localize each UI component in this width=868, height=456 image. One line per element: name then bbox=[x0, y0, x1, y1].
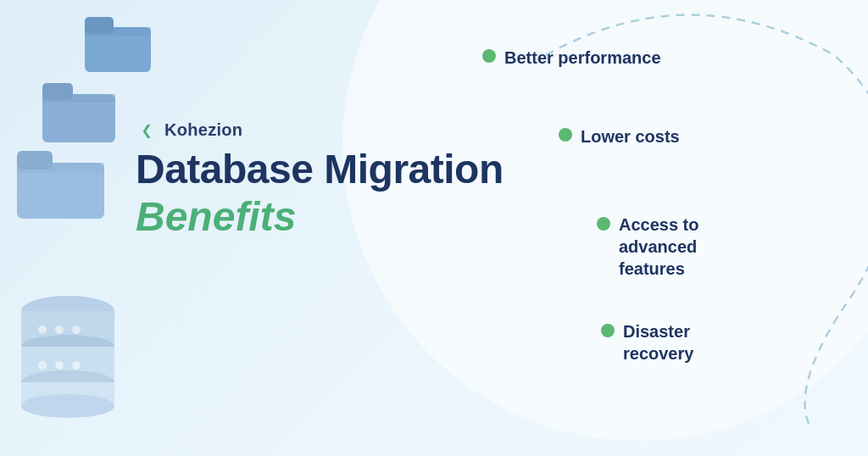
benefits-area: Better performance Lower costs Access to… bbox=[393, 0, 868, 456]
svg-point-17 bbox=[55, 361, 64, 370]
folder-top bbox=[85, 17, 153, 75]
svg-point-13 bbox=[72, 325, 81, 334]
benefit-dot-disaster bbox=[601, 324, 615, 337]
svg-point-21 bbox=[21, 394, 114, 418]
svg-point-16 bbox=[38, 361, 47, 370]
benefit-label-performance: Better performance bbox=[504, 47, 661, 69]
kohezion-logo-icon: ❮ bbox=[136, 119, 158, 141]
benefit-disaster: Disaster recovery bbox=[601, 320, 693, 364]
folder-large bbox=[17, 151, 153, 222]
folders-area bbox=[17, 17, 153, 222]
benefit-label-costs: Lower costs bbox=[581, 125, 680, 147]
svg-point-12 bbox=[55, 325, 64, 334]
benefit-features: Access to advanced features bbox=[597, 214, 699, 280]
svg-point-11 bbox=[38, 325, 47, 334]
benefit-dot-features bbox=[597, 217, 610, 231]
benefit-costs: Lower costs bbox=[559, 125, 680, 147]
benefit-dot-costs bbox=[559, 128, 572, 142]
benefit-dot-performance bbox=[482, 49, 496, 63]
benefit-label-disaster: Disaster recovery bbox=[623, 320, 693, 364]
svg-point-18 bbox=[72, 361, 81, 370]
svg-rect-2 bbox=[85, 27, 151, 36]
benefit-performance: Better performance bbox=[482, 47, 661, 69]
svg-rect-8 bbox=[17, 163, 104, 173]
benefit-label-features: Access to advanced features bbox=[619, 214, 699, 280]
database-icon-area bbox=[13, 287, 123, 422]
main-container: ❮ Kohezion Database Migration Benefits B… bbox=[0, 0, 868, 456]
brand-name: Kohezion bbox=[164, 120, 242, 140]
svg-rect-5 bbox=[42, 94, 115, 103]
